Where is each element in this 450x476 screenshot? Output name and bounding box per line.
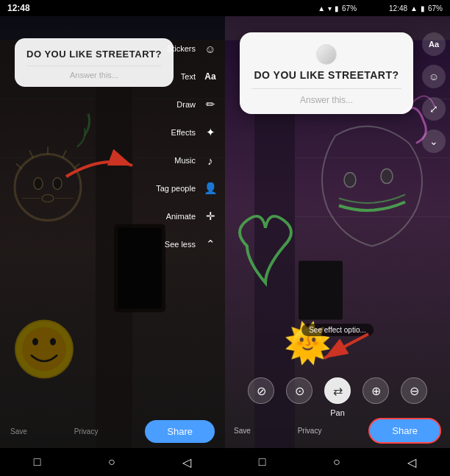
right-tool-sticker[interactable]: ☺ — [422, 65, 446, 88]
user-avatar-area — [251, 44, 401, 65]
svg-point-32 — [344, 173, 356, 188]
red-arrow-annotation-left — [59, 147, 147, 184]
privacy-label-right: Privacy — [298, 427, 322, 435]
signal-icon-right: ▲ — [410, 4, 418, 13]
seeless-label: See less — [165, 240, 196, 249]
status-time-right: 12:48 — [389, 4, 407, 13]
status-icons-left: ▲ ▾ ▮ 67% 12:48 ▲ ▮ 67% — [318, 4, 443, 13]
effect-icons-row: ⊘ ⊙ ⇄ ⊕ ⊖ — [225, 377, 450, 404]
effect-zoomin-btn[interactable]: ⊕ — [362, 377, 389, 404]
tag-label: Tag people — [156, 184, 196, 193]
main-content: DO YOU LIKE STREETART? Answer this... St… — [0, 16, 450, 476]
save-label-right: Save — [234, 427, 251, 435]
nav-circle-left[interactable]: ○ — [108, 455, 115, 469]
effect-record-btn[interactable]: ⊙ — [286, 377, 312, 404]
battery-icon-right: ▮ — [421, 4, 425, 13]
draw-icon: ✏ — [200, 94, 221, 115]
seeless-icon: ⌃ — [200, 234, 221, 255]
left-toolbar: Stickers ☺ Text Aa Draw ✏ Effects ✦ Musi… — [156, 38, 221, 255]
nav-bar-left: □ ○ ◁ — [0, 448, 225, 476]
bottom-bar-left: Save Privacy Share — [0, 420, 225, 443]
share-bar-right: Save Privacy Share — [225, 418, 450, 444]
save-label-left: Save — [10, 427, 27, 436]
answer-input-right[interactable]: Answer this... — [251, 88, 401, 105]
privacy-label-left: Privacy — [74, 427, 99, 436]
svg-rect-34 — [299, 261, 343, 320]
red-arrow-annotation-right — [310, 330, 383, 367]
status-time-left: 12:48 — [7, 3, 30, 13]
nav-circle-right[interactable]: ○ — [333, 455, 340, 469]
text-icon: Aa — [200, 66, 221, 87]
nav-bar-right: □ ○ ◁ — [225, 448, 450, 476]
toolbar-draw[interactable]: Draw ✏ — [156, 94, 221, 115]
toolbar-text[interactable]: Text Aa — [156, 66, 221, 87]
question-title-left: DO YOU LIKE STREETART? — [26, 49, 162, 60]
animate-icon: ✛ — [200, 206, 221, 227]
battery-percent: 67% — [342, 4, 357, 13]
answer-input-left[interactable]: Answer this... — [26, 65, 162, 79]
effects-label: Effects — [171, 128, 196, 137]
toolbar-tag[interactable]: Tag people 👤 — [156, 178, 221, 199]
stickers-label: Stickers — [167, 44, 196, 53]
svg-point-33 — [381, 169, 393, 184]
right-panel: 🌞 See effect optio... DO YOU LIKE STREET… — [225, 16, 450, 476]
toolbar-stickers[interactable]: Stickers ☺ — [156, 38, 221, 59]
question-card-right: DO YOU LIKE STREETART? Answer this... — [240, 32, 413, 114]
signal-icon: ▲ — [318, 4, 325, 13]
global-status-bar: 12:48 ▲ ▾ ▮ 67% 12:48 ▲ ▮ 67% — [0, 0, 450, 16]
animate-label: Animate — [166, 212, 196, 221]
user-avatar — [316, 44, 337, 65]
nav-square-right[interactable]: □ — [259, 455, 266, 469]
left-panel: DO YOU LIKE STREETART? Answer this... St… — [0, 16, 225, 476]
effect-swap-btn[interactable]: ⇄ — [324, 377, 351, 404]
effects-icon: ✦ — [200, 122, 221, 143]
stickers-icon: ☺ — [200, 38, 221, 59]
toolbar-effects[interactable]: Effects ✦ — [156, 122, 221, 143]
right-toolbar: Aa ☺ ⤢ ⌄ — [422, 32, 446, 153]
right-tool-move[interactable]: ⤢ — [422, 97, 446, 121]
question-card-left: DO YOU LIKE STREETART? Answer this... — [15, 38, 174, 87]
nav-back-right[interactable]: ◁ — [407, 455, 416, 469]
right-tool-aa[interactable]: Aa — [422, 32, 446, 56]
nav-square-left[interactable]: □ — [34, 455, 41, 469]
bottom-controls: ⊘ ⊙ ⇄ ⊕ ⊖ Pan — [225, 377, 450, 417]
battery-percent-right: 67% — [428, 4, 443, 13]
effect-zoomout-btn[interactable]: ⊖ — [401, 377, 427, 404]
right-tool-chevron[interactable]: ⌄ — [422, 129, 446, 153]
toolbar-music[interactable]: Music ♪ — [156, 150, 221, 171]
music-label: Music — [174, 156, 196, 165]
battery-icon: ▮ — [335, 4, 339, 13]
share-button-right[interactable]: Share — [368, 418, 441, 444]
toolbar-seeless[interactable]: See less ⌃ — [156, 234, 221, 255]
music-icon: ♪ — [200, 150, 221, 171]
question-title-right: DO YOU LIKE STREETART? — [251, 69, 401, 81]
effect-cancel-btn[interactable]: ⊘ — [248, 377, 274, 404]
pan-label: Pan — [225, 408, 450, 417]
toolbar-animate[interactable]: Animate ✛ — [156, 206, 221, 227]
share-button-left[interactable]: Share — [145, 420, 215, 443]
draw-label: Draw — [176, 100, 196, 109]
wifi-icon: ▾ — [328, 4, 332, 13]
tag-icon: 👤 — [200, 178, 221, 199]
nav-back-left[interactable]: ◁ — [182, 455, 191, 469]
text-label: Text — [181, 72, 196, 81]
